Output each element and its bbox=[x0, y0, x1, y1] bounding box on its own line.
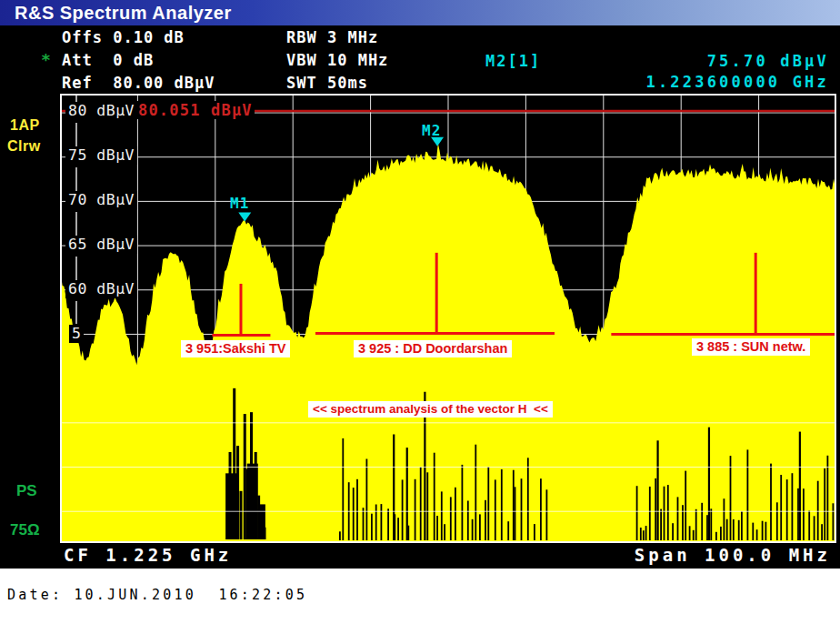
ps-status-label: PS bbox=[16, 481, 37, 500]
axis-label-70dbuv: 70 dBµV bbox=[65, 191, 137, 209]
channel-label-sun-network: 3 885 : SUN netw. bbox=[692, 338, 810, 356]
setting-offset: Offs 0.10 dB bbox=[62, 28, 185, 47]
att-manual-star-icon: * bbox=[41, 50, 51, 71]
axis-label-80dbuv: 80 dBµV bbox=[65, 102, 137, 120]
window-titlebar[interactable]: R&S Spectrum Analyzer bbox=[0, 0, 840, 25]
marker-m2-frequency: 1.223600000 GHz bbox=[645, 73, 829, 92]
axis-label-65dbuv: 65 dBµV bbox=[65, 236, 137, 254]
setting-rbw: RBW 3 MHz bbox=[286, 28, 378, 47]
marker-m2-name: M2[1] bbox=[485, 52, 541, 71]
axis-label-75dbuv: 75 dBµV bbox=[65, 146, 137, 165]
marker-m2-level: 75.70 dBµV bbox=[707, 52, 829, 71]
setting-att: Att 0 dB bbox=[62, 51, 154, 70]
setting-swt: SWT 50ms bbox=[286, 74, 368, 93]
date-time-status: Date: 10.JUN.2010 16:22:05 bbox=[7, 587, 307, 604]
setting-vbw: VBW 10 MHz bbox=[286, 51, 388, 70]
axis-label-60dbuv: 60 dBµV bbox=[65, 280, 137, 298]
channel-label-sakshi-tv: 3 951:Sakshi TV bbox=[181, 340, 290, 357]
marker-m2-symbol-label: M2 bbox=[422, 122, 441, 140]
trace-detector-label: 1AP bbox=[10, 116, 40, 135]
analysis-note-label: << spectrum analysis of the vector H << bbox=[308, 401, 553, 418]
axis-label-55dbuv: 5 bbox=[69, 325, 84, 343]
marker-m1-symbol-label: M1 bbox=[230, 195, 249, 213]
center-frequency-readout: CF 1.225 GHz bbox=[64, 545, 232, 567]
channel-label-dd-doordarshan: 3 925 : DD Doordarshan bbox=[354, 340, 512, 357]
trace-mode-label: Clrw bbox=[7, 137, 41, 156]
window-title: R&S Spectrum Analyzer bbox=[15, 1, 232, 25]
spectrum-analyzer-screen: R&S Spectrum Analyzer Offs 0.10 dB RBW 3… bbox=[0, 0, 840, 624]
impedance-label: 75Ω bbox=[10, 520, 40, 539]
ref-line-value: 80.051 dBµV bbox=[136, 101, 255, 119]
setting-ref-level: Ref 80.00 dBµV bbox=[62, 74, 215, 93]
span-readout: Span 100.0 MHz bbox=[635, 545, 831, 567]
